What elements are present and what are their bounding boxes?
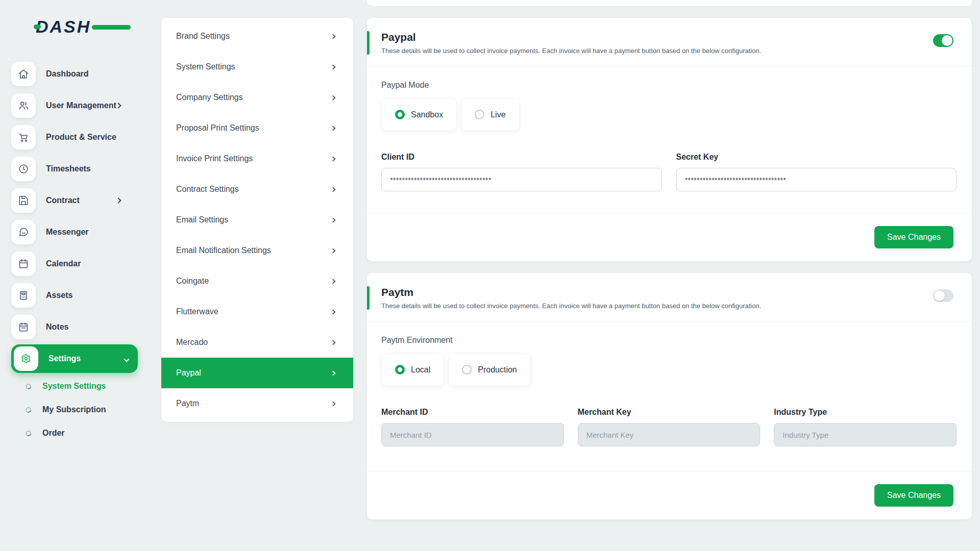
settings-menu-label: Paytm bbox=[176, 399, 199, 408]
settings-menu-item-paypal[interactable]: Paypal bbox=[161, 358, 353, 388]
industry-type-label: Industry Type bbox=[774, 408, 957, 417]
paypal-save-button[interactable]: Save Changes bbox=[874, 226, 953, 248]
client-id-group: Client ID bbox=[381, 153, 662, 191]
sidebar-item-label: Timesheets bbox=[46, 164, 91, 173]
contract-icon bbox=[11, 188, 36, 213]
sidebar-item-label: Messenger bbox=[46, 228, 89, 237]
merchant-id-label: Merchant ID bbox=[381, 408, 564, 417]
paytm-description: These details will be used to collect in… bbox=[381, 302, 953, 310]
radio-unselected-icon bbox=[475, 110, 484, 119]
sidebar-item-label: Dashboard bbox=[46, 69, 89, 79]
chevron-right-icon bbox=[331, 187, 336, 192]
merchant-id-group: Merchant ID bbox=[381, 408, 564, 446]
merchant-id-input[interactable] bbox=[381, 423, 564, 446]
paytm-environment-label: Paytm Environment bbox=[381, 336, 957, 345]
paytm-save-button[interactable]: Save Changes bbox=[874, 484, 953, 507]
radio-option-production[interactable]: Production bbox=[448, 353, 531, 386]
chevron-right-icon bbox=[331, 95, 336, 100]
settings-menu-label: Coingate bbox=[176, 277, 209, 286]
merchant-key-input[interactable] bbox=[578, 423, 761, 446]
settings-menu-label: Invoice Print Settings bbox=[176, 154, 253, 163]
settings-menu-label: Mercado bbox=[176, 338, 208, 347]
chevron-right-icon bbox=[331, 64, 336, 69]
logo-dash bbox=[92, 25, 131, 30]
sidebar-nav: Dashboard User Management Product & Serv… bbox=[11, 58, 148, 374]
sidebar-item-label: Assets bbox=[46, 291, 72, 300]
home-icon bbox=[11, 62, 36, 86]
app-logo[interactable]: DASH bbox=[36, 15, 117, 38]
chevron-right-icon bbox=[115, 197, 121, 203]
settings-menu-item-email-notification-settings[interactable]: Email Notification Settings bbox=[161, 235, 353, 266]
client-id-input[interactable] bbox=[381, 168, 662, 191]
sidebar-item-label: Contract bbox=[46, 196, 80, 205]
subnav-item-system-settings[interactable]: System Settings bbox=[26, 382, 148, 391]
paypal-title: Paypal bbox=[381, 31, 953, 43]
chat-icon bbox=[11, 220, 36, 244]
settings-menu-label: Email Notification Settings bbox=[176, 246, 271, 255]
chevron-right-icon bbox=[331, 126, 336, 131]
calendar-icon bbox=[11, 252, 36, 276]
radio-option-live[interactable]: Live bbox=[461, 98, 519, 131]
industry-type-group: Industry Type bbox=[774, 408, 957, 446]
sidebar-item-calendar[interactable]: Calendar bbox=[11, 248, 138, 280]
settings-menu-item-brand-settings[interactable]: Brand Settings bbox=[161, 21, 353, 52]
subnav-item-order[interactable]: Order bbox=[26, 429, 148, 438]
paypal-fields: Client ID Secret Key bbox=[367, 149, 972, 213]
paytm-toggle[interactable] bbox=[933, 289, 953, 302]
secret-key-input[interactable] bbox=[676, 168, 957, 191]
subnav-item-my-subscription[interactable]: My Subscription bbox=[26, 405, 148, 414]
settings-menu-item-flutterwave[interactable]: Flutterwave bbox=[161, 296, 353, 327]
subnav-item-label: System Settings bbox=[42, 382, 106, 391]
paytm-environment-radio-group: Local Production bbox=[381, 353, 957, 386]
radio-selected-icon bbox=[395, 110, 405, 119]
chevron-right-icon bbox=[331, 279, 336, 284]
settings-menu-item-paytm[interactable]: Paytm bbox=[161, 388, 353, 419]
logo-text: DASH bbox=[36, 17, 91, 37]
sidebar-item-product-service[interactable]: Product & Service bbox=[11, 121, 138, 153]
chevron-right-icon bbox=[331, 248, 336, 253]
settings-menu-item-company-settings[interactable]: Company Settings bbox=[161, 82, 353, 113]
radio-option-sandbox[interactable]: Sandbox bbox=[381, 98, 457, 131]
sidebar-item-contract[interactable]: Contract bbox=[11, 185, 138, 216]
sidebar-item-notes[interactable]: Notes bbox=[11, 311, 138, 343]
secret-key-group: Secret Key bbox=[676, 153, 957, 191]
sidebar-item-settings[interactable]: Settings bbox=[11, 344, 138, 373]
sidebar-item-user-management[interactable]: User Management bbox=[11, 90, 138, 121]
settings-menu-item-invoice-print-settings[interactable]: Invoice Print Settings bbox=[161, 143, 353, 174]
settings-menu-item-system-settings[interactable]: System Settings bbox=[161, 52, 353, 82]
paytm-fields: Merchant ID Merchant Key Industry Type bbox=[367, 405, 972, 471]
accent-bar bbox=[367, 31, 370, 55]
settings-menu-item-contract-settings[interactable]: Contract Settings bbox=[161, 174, 353, 205]
sidebar-item-dashboard[interactable]: Dashboard bbox=[11, 58, 138, 90]
paypal-toggle[interactable] bbox=[933, 34, 953, 47]
chevron-down-icon bbox=[125, 354, 129, 363]
toggle-knob bbox=[934, 290, 945, 301]
sidebar-item-messenger[interactable]: Messenger bbox=[11, 216, 138, 248]
settings-menu-panel: Brand Settings System Settings Company S… bbox=[161, 18, 353, 422]
accent-bar bbox=[367, 286, 370, 310]
chevron-right-icon bbox=[115, 103, 121, 108]
paytm-title: Paytm bbox=[381, 286, 953, 298]
chevron-right-icon bbox=[331, 401, 336, 406]
paytm-card-footer: Save Changes bbox=[367, 471, 972, 519]
settings-menu-item-proposal-print-settings[interactable]: Proposal Print Settings bbox=[161, 113, 353, 143]
radio-option-label: Sandbox bbox=[411, 110, 443, 119]
chevron-right-icon bbox=[331, 217, 336, 222]
subnav-item-label: My Subscription bbox=[42, 405, 106, 414]
settings-menu-item-email-settings[interactable]: Email Settings bbox=[161, 205, 353, 235]
gear-icon bbox=[14, 346, 38, 371]
settings-menu-item-mercado[interactable]: Mercado bbox=[161, 327, 353, 358]
settings-menu-label: Proposal Print Settings bbox=[176, 123, 259, 133]
radio-selected-icon bbox=[395, 365, 405, 374]
industry-type-input[interactable] bbox=[774, 423, 957, 446]
paypal-card-body: Paypal Mode Sandbox Live bbox=[367, 66, 972, 149]
toggle-knob bbox=[942, 35, 952, 46]
logo-dot bbox=[34, 24, 41, 29]
settings-menu-item-coingate[interactable]: Coingate bbox=[161, 266, 353, 296]
bullet-ring-icon bbox=[24, 406, 32, 413]
sidebar-item-label: Settings bbox=[48, 354, 81, 363]
sidebar-item-timesheets[interactable]: Timesheets bbox=[11, 153, 138, 185]
settings-subnav: System Settings My Subscription Order bbox=[26, 382, 148, 438]
radio-option-local[interactable]: Local bbox=[381, 353, 444, 386]
sidebar-item-assets[interactable]: Assets bbox=[11, 280, 138, 311]
